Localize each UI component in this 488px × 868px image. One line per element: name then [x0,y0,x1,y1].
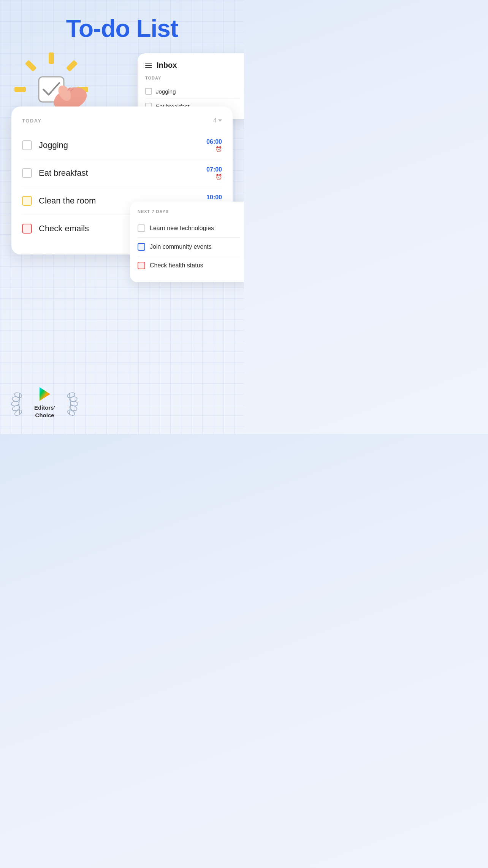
todo-count-badge: 4 [213,117,222,124]
laurel-right-icon [59,389,78,416]
chevron-down-icon[interactable] [218,119,222,122]
next7-item-community[interactable]: Join community events [138,238,240,256]
todo-text-jogging: Jogging [39,140,68,150]
next7-item-health[interactable]: Check health status [138,256,240,275]
inbox-checkbox-jogging[interactable] [145,88,152,95]
todo-item-left-clean: Clean the room [22,196,96,206]
hamburger-icon[interactable] [145,63,152,68]
svg-rect-2 [14,87,26,92]
editors-choice: Editors'Choice [11,386,78,419]
inbox-today-label: TODAY [145,76,240,80]
google-play-badge[interactable]: Editors'Choice [34,386,55,419]
google-play-icon [36,386,53,402]
svg-point-22 [70,396,78,402]
svg-rect-0 [49,52,54,64]
todo-item-left: Jogging [22,140,68,150]
editors-choice-label: Editors'Choice [34,404,55,419]
todo-time-value-jogging: 06:00 [206,138,222,145]
todo-text-emails: Check emails [39,224,89,234]
todo-time-jogging: 06:00 ⏰ [206,138,222,152]
next7-item-learn[interactable]: Learn new technologies [138,219,240,238]
svg-marker-18 [40,387,50,401]
clock-icon-jogging: ⏰ [215,146,222,152]
todo-text-clean: Clean the room [39,196,96,206]
todo-checkbox-clean[interactable] [22,196,32,206]
todo-item-jogging[interactable]: Jogging 06:00 ⏰ [22,132,222,159]
todo-checkbox-jogging[interactable] [22,140,32,150]
todo-item-left-emails: Check emails [22,224,89,234]
todo-today-label: TODAY [22,118,42,124]
todo-text-breakfast: Eat breakfast [39,168,88,178]
todo-checkbox-breakfast[interactable] [22,168,32,178]
svg-rect-4 [25,60,36,72]
n7-checkbox-community[interactable] [138,243,145,251]
svg-point-23 [67,391,76,398]
laurel-left-icon [11,389,30,416]
inbox-title: Inbox [157,61,177,70]
todo-time-value-clean: 10:00 [206,194,222,201]
inbox-item-jogging[interactable]: Jogging [145,84,240,99]
todo-count: 4 [213,117,217,124]
n7-text-learn: Learn new technologies [150,225,214,232]
svg-point-13 [14,409,22,415]
todo-item-left-breakfast: Eat breakfast [22,168,88,178]
n7-checkbox-learn[interactable] [138,224,145,232]
app-title: To-do List [0,14,244,43]
next7-panel: NEXT 7 DAYS Learn new technologies Join … [130,202,244,282]
inbox-header: Inbox [145,61,240,70]
n7-checkbox-health[interactable] [138,262,145,269]
todo-time-breakfast: 07:00 ⏰ [206,166,222,180]
todo-section-header: TODAY 4 [22,117,222,124]
n7-text-community: Join community events [150,243,212,250]
clock-icon-breakfast: ⏰ [215,174,222,180]
todo-checkbox-emails[interactable] [22,224,32,234]
n7-text-health: Check health status [150,262,203,269]
todo-item-breakfast[interactable]: Eat breakfast 07:00 ⏰ [22,159,222,187]
svg-rect-5 [66,60,78,72]
todo-time-value-breakfast: 07:00 [206,166,222,173]
svg-point-17 [14,391,23,398]
inbox-item-text-jogging: Jogging [156,88,176,95]
next7-section-label: NEXT 7 DAYS [138,209,240,214]
